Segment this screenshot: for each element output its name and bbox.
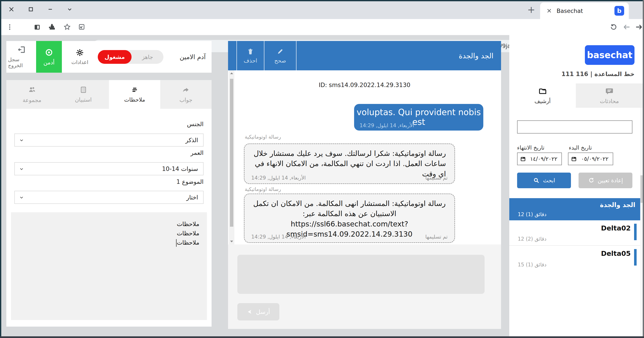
logout-button[interactable]: سجل الخروج (8, 41, 36, 73)
conversation-item-active[interactable]: الجد والجدة 12 دقائق (1) (509, 198, 643, 220)
chat-header-actions: احذف صحح (236, 41, 296, 70)
notes-textarea[interactable]: ملاحظات ملاحظات ملاحظات (11, 212, 207, 320)
delete-button[interactable]: احذف (237, 41, 264, 70)
logout-label: سجل الخروج (8, 57, 36, 69)
topic-label: الموضوع 1 (176, 178, 204, 185)
sidebar-toggle-button[interactable] (31, 21, 44, 33)
window-frame-right (643, 0, 644, 338)
app-window: + Basechat b smsloho.basechat.com/Base (0, 0, 644, 338)
tab-close-icon[interactable] (546, 8, 552, 14)
tab-search-button[interactable] (63, 3, 76, 16)
send-icon (247, 309, 253, 315)
admin-button[interactable]: أدمن (36, 41, 62, 73)
window-frame-left (0, 0, 1, 338)
conversation-item[interactable]: Delta05 15 دقائق (1) (509, 246, 643, 271)
conversation-item[interactable]: Delta02 12 دقائق (2) (509, 220, 643, 246)
status-busy-segment[interactable]: مشغول (98, 50, 132, 64)
back-button[interactable] (620, 21, 633, 33)
message-input[interactable] (237, 255, 484, 294)
scrollbar-thumb[interactable] (230, 79, 233, 227)
chevron-down-icon (19, 166, 24, 172)
puzzle-icon (48, 23, 56, 31)
conversation-title: الجد والجدة (600, 201, 635, 208)
start-date-field[interactable]: ٠٥/٠٩/٢٠٢٢ (568, 153, 613, 165)
edit-button[interactable]: صحح (264, 41, 296, 70)
reload-button[interactable] (607, 21, 620, 33)
chat-panel: الجد والجدة احذف صحح ID: sms14.09.2022.1… (228, 41, 501, 329)
tab-group[interactable]: مجموعة (6, 80, 58, 109)
calendar-icon (520, 156, 526, 162)
admin-label: أدمن (44, 59, 55, 66)
settings-label: اعدادات (71, 59, 88, 65)
text-cursor (176, 239, 176, 247)
calendar-icon (571, 156, 577, 162)
send-button[interactable]: أرسل (237, 303, 279, 320)
browser-menu-button[interactable] (4, 21, 16, 33)
auto-message-label: رسالة اوتوماتيكية (245, 186, 281, 192)
auto-message-text: رسالة اوتوماتيكية: شكرا لرسالتك. سوف يرد… (244, 144, 454, 179)
new-tab-button[interactable]: + (525, 4, 538, 16)
tab-archive[interactable]: أرشيف (509, 84, 576, 108)
admin-eye-icon (44, 48, 54, 57)
chat-scrollbar[interactable] (229, 70, 234, 244)
gender-select[interactable]: الذكر (14, 134, 204, 147)
agent-toolbar-card: آدم الامين مشغول جاهز اعدادات أدمن سجل ا… (6, 41, 212, 73)
forward-button[interactable] (632, 21, 644, 33)
notes-line: ملاحظات (18, 229, 199, 238)
outgoing-message-time: الأربعاء, 14 ايلول, 14:29 (360, 123, 414, 128)
bookmark-button[interactable] (61, 21, 74, 33)
search-button[interactable]: ابحث (517, 173, 571, 188)
reset-button[interactable]: إعادة تعيين (578, 173, 632, 188)
end-date-label: تاريخ الانتهاء (517, 145, 544, 151)
helpline-text: خط المساعدة | 116 111 (562, 71, 634, 78)
browser-toolbar: smsloho.basechat.com/BasechatSMS/170_165… (0, 19, 644, 35)
extensions-button[interactable] (46, 21, 58, 33)
browser-tab[interactable]: Basechat b (540, 3, 629, 19)
plus-icon: + (528, 5, 535, 14)
outgoing-message-bubble: voluptas. Qui provident nobis est الأربع… (354, 104, 483, 131)
start-date-value: ٠٥/٠٩/٢٠٢٢ (577, 156, 613, 162)
browser-titlebar: + Basechat b (0, 0, 644, 19)
conversation-meta: 12 دقائق (1) (518, 211, 546, 217)
notes-line: ملاحظات (18, 238, 199, 247)
end-date-value: ١٤/٠٩/٢٠٢٢ (526, 156, 562, 162)
search-input[interactable] (517, 120, 632, 134)
close-icon (10, 8, 13, 11)
survey-icon (80, 86, 87, 94)
settings-button[interactable]: اعدادات (65, 41, 94, 73)
basechat-logo: basechat (585, 45, 634, 65)
tab-conversations[interactable]: محادثات (576, 84, 643, 108)
window-minimize-button[interactable] (44, 3, 56, 16)
scroll-down-icon (230, 240, 234, 243)
start-date-label: تاريخ البدء (569, 145, 592, 151)
accent-bar (634, 249, 636, 265)
tab-notes[interactable]: ملاحظات (109, 80, 160, 109)
status-ready-segment[interactable]: جاهز (132, 50, 164, 64)
notes-icon (131, 86, 138, 94)
tab-reply[interactable]: جواب (160, 80, 212, 109)
auto-message-text: رسالة اوتوماتيكية: المستشار انهى المكالم… (244, 194, 454, 239)
star-icon (63, 23, 71, 31)
message-status: تم تسليمها (425, 234, 448, 240)
scrollbar-thumb[interactable] (640, 175, 643, 203)
auto-message-label: رسالة اوتوماتيكية (245, 134, 281, 140)
chevron-down-icon (68, 9, 71, 10)
auto-message-bubble: رسالة اوتوماتيكية: المستشار انهى المكالم… (244, 193, 455, 243)
notes-line: ملاحظات (18, 219, 199, 229)
chevron-down-icon (19, 195, 24, 200)
back-arrow-icon (622, 23, 631, 31)
topic-select[interactable]: اختار (14, 191, 204, 204)
send-to-device-button[interactable] (75, 21, 88, 33)
kebab-menu-icon (6, 24, 13, 31)
tab-title: Basechat (556, 8, 614, 14)
status-toggle[interactable]: مشغول جاهز (98, 50, 164, 64)
folder-icon (538, 87, 547, 96)
window-close-button[interactable] (5, 3, 18, 16)
gear-icon (76, 48, 84, 57)
chat-title: الجد والجدة (459, 41, 494, 70)
scroll-up-icon (230, 72, 234, 75)
age-select[interactable]: سنوات 14-10 (14, 162, 204, 175)
end-date-field[interactable]: ١٤/٠٩/٢٠٢٢ (517, 153, 562, 165)
tab-survey[interactable]: استبيان (58, 80, 109, 109)
window-maximize-button[interactable] (24, 3, 37, 16)
